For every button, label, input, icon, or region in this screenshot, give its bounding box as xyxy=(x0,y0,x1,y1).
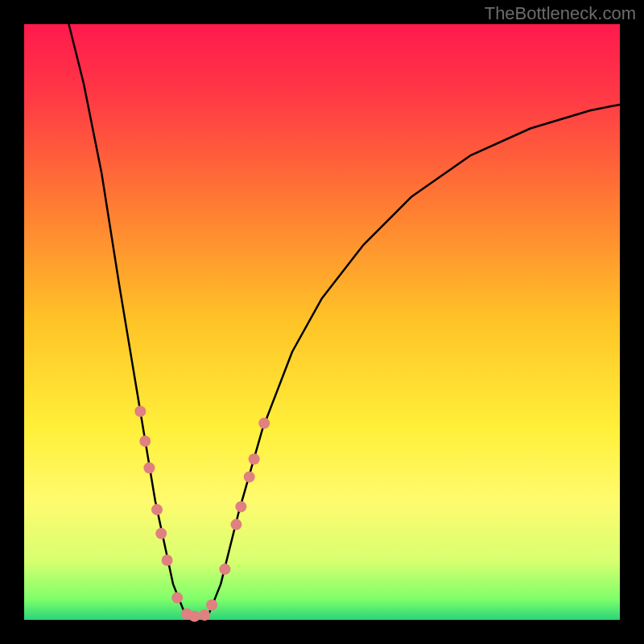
curve-marker xyxy=(139,436,151,447)
watermark-text: TheBottleneck.com xyxy=(485,3,636,24)
bottleneck-chart: TheBottleneck.com xyxy=(0,0,644,644)
curve-marker xyxy=(244,471,255,482)
curve-marker xyxy=(189,611,200,622)
chart-svg xyxy=(0,0,644,644)
curve-marker xyxy=(162,555,173,566)
curve-marker xyxy=(235,501,246,512)
curve-marker xyxy=(151,504,163,515)
curve-marker xyxy=(258,418,270,429)
curve-marker xyxy=(249,453,260,464)
curve-marker xyxy=(134,406,146,417)
curve-marker xyxy=(143,462,155,473)
curve-marker xyxy=(230,519,242,530)
curve-marker xyxy=(155,528,167,539)
chart-background-gradient xyxy=(24,24,620,620)
curve-marker xyxy=(219,564,230,575)
curve-marker xyxy=(199,609,210,621)
curve-marker xyxy=(171,592,183,604)
curve-marker xyxy=(206,600,217,611)
